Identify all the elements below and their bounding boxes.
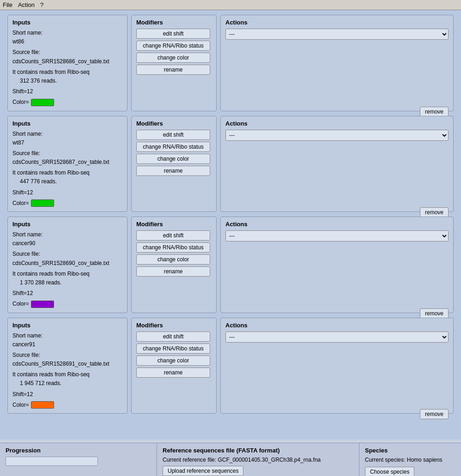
inputs-info-2: Short name: wt87 Source file: cdsCounts_… <box>12 130 122 208</box>
short-name-label-2: Short name: <box>12 130 122 139</box>
remove-row-2: remove <box>225 207 449 217</box>
mod-btn-2-1[interactable]: change RNA/Ribo status <box>136 142 210 152</box>
inputs-title-2: Inputs <box>12 120 122 127</box>
short-name-label-1: Short name: <box>12 29 122 37</box>
source-file-value-1: cdsCounts_SRR1528686_cov_table.txt <box>12 57 122 66</box>
remove-button-2[interactable]: remove <box>420 207 449 217</box>
modifiers-title-4: Modifiers <box>136 322 212 329</box>
color-line-4: Color= <box>12 401 122 410</box>
modifiers-panel-1: Modifiersedit shiftchange RNA/Ribo statu… <box>131 15 217 111</box>
mod-btn-4-0[interactable]: edit shift <box>136 331 210 342</box>
menu-file[interactable]: File <box>3 1 12 8</box>
short-name-value-1: wt86 <box>12 37 122 46</box>
modifiers-panel-4: Modifiersedit shiftchange RNA/Ribo statu… <box>131 318 217 414</box>
actions-inner-2: --- remove <box>225 130 449 218</box>
mod-btn-3-3[interactable]: rename <box>136 266 210 277</box>
color-line-1: Color= <box>12 98 122 107</box>
row-section-3: Inputs Short name: cancer90 Source file:… <box>7 217 454 313</box>
current-species-value: Homo sapiens <box>407 457 443 463</box>
inputs-info-4: Short name: cancer91 Source file: cdsCou… <box>12 331 122 410</box>
progression-title: Progression <box>6 447 151 454</box>
actions-dropdown-3[interactable]: --- <box>225 230 449 241</box>
species-text: Current species: Homo sapiens <box>365 457 455 463</box>
inputs-title-3: Inputs <box>12 221 122 228</box>
actions-title-4: Actions <box>225 322 449 329</box>
mod-btn-3-2[interactable]: change color <box>136 254 210 265</box>
progression-section: Progression <box>0 443 157 476</box>
current-species-label: Current species: <box>365 457 405 463</box>
inputs-panel-3: Inputs Short name: cancer90 Source file:… <box>7 217 127 313</box>
mod-btn-4-3[interactable]: rename <box>136 368 210 378</box>
shift-value-3: Shift=12 <box>12 289 122 298</box>
remove-button-4[interactable]: remove <box>420 409 449 419</box>
bottom-bar: Progression Reference sequences file (FA… <box>0 443 461 476</box>
actions-panel-3: Actions --- remove <box>220 217 454 313</box>
modifiers-panel-3: Modifiersedit shiftchange RNA/Ribo statu… <box>131 217 217 313</box>
modifiers-title-2: Modifiers <box>136 120 212 127</box>
mod-btn-1-0[interactable]: edit shift <box>136 29 210 39</box>
short-name-label-3: Short name: <box>12 230 122 239</box>
mod-btn-4-2[interactable]: change color <box>136 355 210 366</box>
actions-dropdown-2[interactable]: --- <box>225 130 449 141</box>
reads-value-2: 447 776 reads. <box>20 177 122 186</box>
color-swatch-4 <box>31 401 54 409</box>
mod-btn-1-2[interactable]: change color <box>136 53 210 63</box>
inputs-panel-4: Inputs Short name: cancer91 Source file:… <box>7 318 127 414</box>
mod-btn-2-2[interactable]: change color <box>136 154 210 164</box>
remove-button-3[interactable]: remove <box>420 308 449 319</box>
actions-dropdown-1[interactable]: --- <box>225 29 449 40</box>
shift-value-1: Shift=12 <box>12 87 122 96</box>
mod-btn-2-3[interactable]: rename <box>136 166 210 176</box>
remove-button-1[interactable]: remove <box>420 107 449 117</box>
source-file-value-2: cdsCounts_SRR1528687_cov_table.txt <box>12 158 122 167</box>
species-section: Species Current species: Homo sapiens Ch… <box>359 443 461 476</box>
choose-species-button[interactable]: Choose species <box>365 467 414 476</box>
short-name-value-3: cancer90 <box>12 239 122 248</box>
color-label-3: Color= <box>12 300 29 308</box>
species-title: Species <box>365 447 455 454</box>
modifiers-panel-2: Modifiersedit shiftchange RNA/Ribo statu… <box>131 116 217 212</box>
actions-inner-4: --- remove <box>225 331 449 420</box>
ref-file-text: Current reference file: GCF_000001405.30… <box>163 457 353 463</box>
remove-row-1: remove <box>225 107 449 117</box>
actions-inner-1: --- remove <box>225 29 449 117</box>
actions-title-2: Actions <box>225 120 449 127</box>
inputs-title-4: Inputs <box>12 322 122 329</box>
remove-row-3: remove <box>225 308 449 319</box>
color-line-2: Color= <box>12 199 122 208</box>
actions-inner-3: --- remove <box>225 230 449 319</box>
short-name-value-2: wt87 <box>12 139 122 147</box>
shift-value-2: Shift=12 <box>12 188 122 197</box>
mod-btn-1-1[interactable]: change RNA/Ribo status <box>136 41 210 51</box>
actions-panel-1: Actions --- remove <box>220 15 454 111</box>
actions-panel-2: Actions --- remove <box>220 116 454 212</box>
reads-value-1: 312 376 reads. <box>20 77 122 85</box>
reads-label-2: It contains reads from Ribo-seq <box>12 169 122 177</box>
actions-dropdown-4[interactable]: --- <box>225 331 449 343</box>
inputs-info-3: Short name: cancer90 Source file: cdsCou… <box>12 230 122 309</box>
source-file-label-1: Source file: <box>12 48 122 57</box>
mod-btn-2-0[interactable]: edit shift <box>136 130 210 140</box>
reads-label-3: It contains reads from Ribo-seq <box>12 270 122 278</box>
reads-value-4: 1 945 712 reads. <box>20 379 122 388</box>
mod-btn-1-3[interactable]: rename <box>136 65 210 75</box>
progress-bar-container <box>6 457 98 466</box>
source-file-value-3: cdsCounts_SRR1528690_cov_table.txt <box>12 259 122 268</box>
row-section-1: Inputs Short name: wt86 Source file: cds… <box>7 15 454 111</box>
menu-help[interactable]: ? <box>40 1 43 8</box>
actions-panel-4: Actions --- remove <box>220 318 454 414</box>
inputs-info-1: Short name: wt86 Source file: cdsCounts_… <box>12 29 122 107</box>
mod-btn-4-1[interactable]: change RNA/Ribo status <box>136 343 210 354</box>
row-section-2: Inputs Short name: wt87 Source file: cds… <box>7 116 454 212</box>
mod-btn-3-0[interactable]: edit shift <box>136 230 210 241</box>
reads-value-3: 1 370 288 reads. <box>20 278 122 287</box>
inputs-panel-2: Inputs Short name: wt87 Source file: cds… <box>7 116 127 212</box>
modifiers-title-3: Modifiers <box>136 221 212 228</box>
short-name-value-4: cancer91 <box>12 340 122 349</box>
mod-btn-3-1[interactable]: change RNA/Ribo status <box>136 242 210 253</box>
reads-label-4: It contains reads from Ribo-seq <box>12 370 122 379</box>
upload-ref-button[interactable]: Upload reference sequences <box>163 466 243 476</box>
shift-value-4: Shift=12 <box>12 390 122 399</box>
menu-action[interactable]: Action <box>18 1 35 8</box>
actions-title-3: Actions <box>225 221 449 228</box>
